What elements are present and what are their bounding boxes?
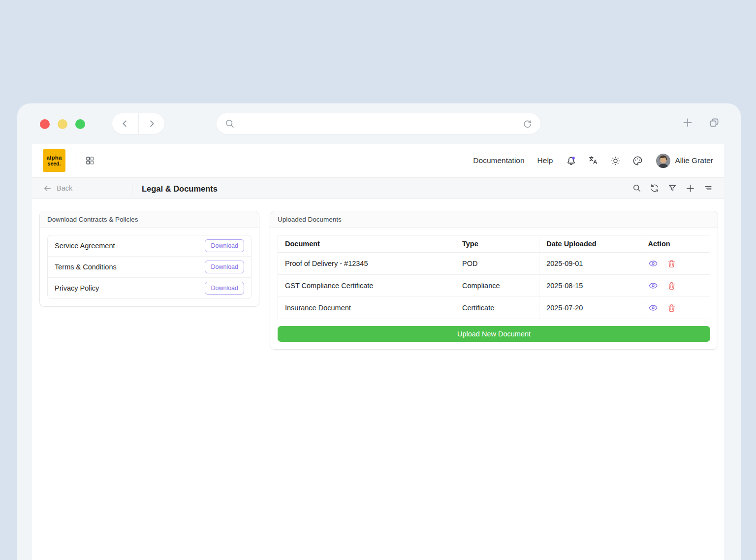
logo-line1: alpha [46,155,62,161]
address-bar [217,113,540,134]
view-document-button[interactable] [648,281,658,291]
user-menu[interactable]: Allie Grater [656,154,713,168]
list-item: Terms & Conditions Download [48,256,251,277]
translate-icon [588,155,599,166]
list-item: Service Agreement Download [48,235,251,256]
nav-help[interactable]: Help [537,156,553,165]
table-header-row: Document Type Date Uploaded Action [278,235,710,253]
col-document: Document [278,235,455,253]
alphaseed-logo[interactable]: alpha seed. [43,149,65,172]
language-button[interactable] [588,155,599,166]
brightness-button[interactable] [610,155,621,166]
back-label: Back [57,184,72,192]
theme-button[interactable] [632,155,643,166]
contracts-card-body: Service Agreement Download Terms & Condi… [40,228,259,306]
toolbar-divider [132,182,132,195]
toolbar-add-button[interactable] [685,183,695,194]
cell-type: Compliance [455,275,539,297]
view-document-button[interactable] [648,303,658,313]
notifications-button[interactable] [566,155,577,166]
avatar [656,154,670,168]
header-divider [75,152,75,169]
delete-document-button[interactable] [667,281,676,291]
app-viewport: alpha seed. Documentation Help [32,144,724,560]
col-action: Action [641,235,710,253]
cell-actions [641,297,710,319]
download-button[interactable]: Download [205,282,244,295]
back-button[interactable]: Back [43,184,72,193]
address-input[interactable] [240,113,517,134]
cell-type: Certificate [455,297,539,319]
tabs-overview-button[interactable] [708,117,720,129]
chevron-right-icon [146,118,157,129]
toolbar-menu-button[interactable] [703,183,713,193]
cell-date: 2025-08-15 [539,275,641,297]
toolbar-search-button[interactable] [632,183,642,193]
browser-forward-button[interactable] [138,113,165,134]
search-icon [224,118,235,129]
user-name: Allie Grater [675,156,713,165]
view-document-button[interactable] [648,259,658,268]
menu-lines-icon [703,183,713,193]
documents-card-body: Document Type Date Uploaded Action Proof… [270,228,718,349]
app-launcher-button[interactable] [85,155,95,166]
contract-name: Service Agreement [55,242,115,250]
delete-document-button[interactable] [667,259,676,268]
browser-chrome [17,103,741,144]
eye-icon [648,281,658,291]
arrow-left-icon [43,184,52,193]
minimize-window-button[interactable] [58,119,67,129]
trash-icon [667,259,676,268]
table-row: Insurance Document Certificate 2025-07-2… [278,297,710,319]
app-header: alpha seed. Documentation Help [32,144,724,177]
table-row: GST Compliance Certificate Compliance 20… [278,275,710,297]
new-tab-button[interactable] [682,117,693,129]
cell-document: Proof of Delivery - #12345 [278,253,455,275]
plus-icon [682,117,693,129]
upload-new-document-button[interactable]: Upload New Document [278,326,710,342]
header-icon-group [566,155,643,166]
eye-icon [648,259,658,268]
reload-button[interactable] [522,119,533,129]
browser-tab-controls [682,117,720,129]
contracts-card-title: Download Contracts & Policies [40,211,259,228]
col-date-uploaded: Date Uploaded [539,235,641,253]
tabs-overview-icon [708,117,720,129]
contracts-card: Download Contracts & Policies Service Ag… [39,211,259,307]
cell-date: 2025-09-01 [539,253,641,275]
documents-card: Uploaded Documents Document Type Date Up… [270,211,718,350]
window-controls [40,119,85,129]
toolbar-filter-button[interactable] [667,183,677,193]
download-button[interactable]: Download [205,239,244,252]
trash-icon [667,303,676,313]
reload-icon [522,119,533,129]
contract-name: Privacy Policy [55,284,99,292]
browser-window: alpha seed. Documentation Help [17,103,741,560]
delete-document-button[interactable] [667,303,676,313]
bell-icon [566,155,577,166]
cell-type: POD [455,253,539,275]
filter-icon [667,183,677,193]
cell-document: GST Compliance Certificate [278,275,455,297]
refresh-icon [650,183,660,193]
cell-actions [641,253,710,275]
page-content: Download Contracts & Policies Service Ag… [32,199,724,544]
contract-name: Terms & Conditions [55,263,117,271]
nav-documentation[interactable]: Documentation [473,156,524,165]
chevron-left-icon [120,118,130,129]
trash-icon [667,281,676,291]
toolbar-refresh-button[interactable] [650,183,660,193]
cell-document: Insurance Document [278,297,455,319]
browser-back-button[interactable] [112,113,138,134]
col-type: Type [455,235,539,253]
download-button[interactable]: Download [205,261,244,273]
table-row: Proof of Delivery - #12345 POD 2025-09-0… [278,253,710,275]
plus-icon [685,183,695,194]
close-window-button[interactable] [40,119,50,129]
contracts-list: Service Agreement Download Terms & Condi… [47,235,252,299]
toolbar-actions [632,183,713,194]
cell-date: 2025-07-20 [539,297,641,319]
palette-icon [632,155,643,166]
documents-table: Document Type Date Uploaded Action Proof… [278,235,710,319]
maximize-window-button[interactable] [75,119,85,129]
